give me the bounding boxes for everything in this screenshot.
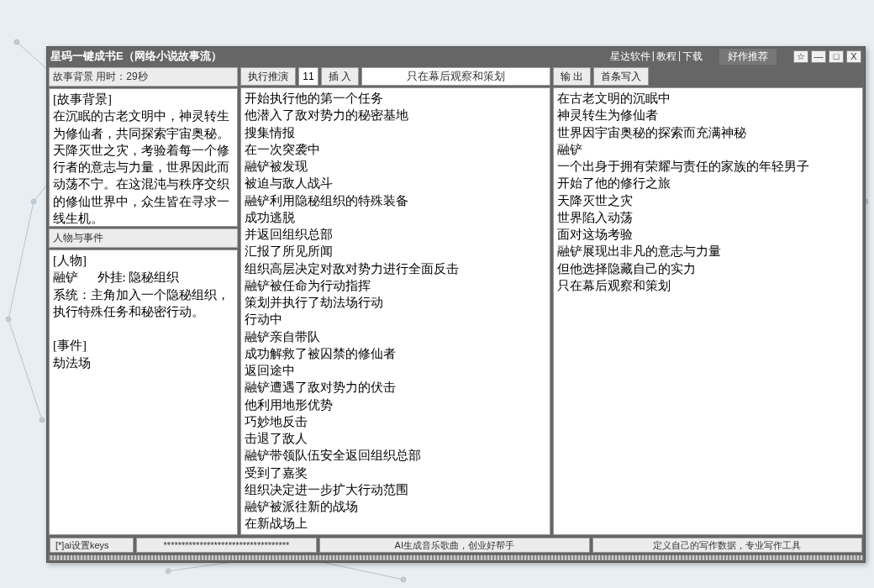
insert-button[interactable]: 插 入 xyxy=(321,67,359,86)
status-keys[interactable]: [*]ai设置keys xyxy=(50,538,134,553)
story-bg-label: 故事背景 用时：29秒 xyxy=(49,67,238,87)
story-line: 融铲亲自带队 xyxy=(245,328,546,345)
story-line: 击退了敌人 xyxy=(245,430,546,447)
output-line: 面对这场考验 xyxy=(557,226,859,243)
link-download[interactable]: 下载 xyxy=(682,50,703,64)
output-line: 开始了他的修行之旅 xyxy=(557,175,859,192)
story-line: 融铲发现了敌对势力的核心秘密 xyxy=(245,533,546,536)
story-line: 在一次突袭中 xyxy=(245,141,546,158)
resize-grip[interactable] xyxy=(49,555,863,560)
story-line: 受到了嘉奖 xyxy=(245,465,546,481)
story-line: 巧妙地反击 xyxy=(245,413,546,430)
svg-point-12 xyxy=(31,199,36,204)
output-line: 在古老文明的沉眠中 xyxy=(557,90,859,107)
output-line: 一个出身于拥有荣耀与责任的家族的年轻男子 xyxy=(557,158,859,175)
output-line: 但他选择隐藏自己的实力 xyxy=(557,260,859,277)
maximize-icon[interactable]: □ xyxy=(829,50,844,63)
app-window: 星码一键成书E（网络小说故事流） 星达软件| 教程| 下载 好作推荐 ☆ — □… xyxy=(46,46,866,563)
story-line: 汇报了所见所闻 xyxy=(245,243,546,260)
output-line: 世界因宇宙奥秘的探索而充满神秘 xyxy=(557,124,859,141)
story-line: 在新战场上 xyxy=(245,515,546,532)
story-line: 被迫与敌人战斗 xyxy=(245,175,546,192)
story-line: 他潜入了敌对势力的秘密基地 xyxy=(245,107,546,123)
output-line: 只在幕后观察和策划 xyxy=(557,277,859,294)
link-software[interactable]: 星达软件 xyxy=(610,50,650,64)
story-line: 行动中 xyxy=(245,311,546,328)
story-line: 组织决定进一步扩大行动范围 xyxy=(245,481,546,498)
chars-label: 人物与事件 xyxy=(49,228,238,248)
recommend-button[interactable]: 好作推荐 xyxy=(719,49,777,65)
status-music[interactable]: AI生成音乐歌曲，创业好帮手 xyxy=(319,538,590,553)
mid-toolbar: 执行推演 11 插 入 只在幕后观察和策划 xyxy=(240,67,550,86)
story-line: 融铲利用隐秘组织的特殊装备 xyxy=(245,192,546,209)
right-column: 输 出 首条写入 在古老文明的沉眠中神灵转生为修仙者世界因宇宙奥秘的探索而充满神… xyxy=(553,67,863,535)
favorite-icon[interactable]: ☆ xyxy=(793,50,808,63)
middle-column: 执行推演 11 插 入 只在幕后观察和策划 开始执行他的第一个任务他潜入了敌对势… xyxy=(240,67,550,535)
svg-point-20 xyxy=(166,569,171,574)
svg-point-14 xyxy=(39,417,45,423)
first-write-button[interactable]: 首条写入 xyxy=(593,67,649,86)
mid-input[interactable]: 只在幕后观察和策划 xyxy=(361,67,550,86)
output-line: 世界陷入动荡 xyxy=(557,209,859,226)
story-bg-panel[interactable]: [故事背景] 在沉眠的古老文明中，神灵转生为修仙者，共同探索宇宙奥秘。天降灭世之… xyxy=(49,88,238,227)
output-button[interactable]: 输 出 xyxy=(553,67,591,86)
output-line: 天降灭世之灾 xyxy=(557,192,859,209)
story-line: 融铲被任命为行动指挥 xyxy=(245,277,546,294)
story-line: 组织高层决定对敌对势力进行全面反击 xyxy=(245,260,546,277)
story-line: 成功逃脱 xyxy=(245,209,546,226)
status-bar: [*]ai设置keys ****************************… xyxy=(49,537,863,554)
minimize-icon[interactable]: — xyxy=(811,50,826,63)
story-line: 并返回组织总部 xyxy=(245,226,546,243)
story-line: 融铲被发现 xyxy=(245,158,546,175)
titlebar: 星码一键成书E（网络小说故事流） 星达软件| 教程| 下载 好作推荐 ☆ — □… xyxy=(47,47,865,66)
link-tutorial[interactable]: 教程 xyxy=(656,50,677,64)
svg-point-10 xyxy=(14,39,19,45)
step-number[interactable]: 11 xyxy=(298,67,319,86)
output-line: 融铲展现出非凡的意志与力量 xyxy=(557,243,859,260)
story-line: 策划并执行了劫法场行动 xyxy=(245,294,546,311)
right-toolbar: 输 出 首条写入 xyxy=(553,67,863,86)
svg-point-13 xyxy=(6,317,11,322)
story-line: 融铲遭遇了敌对势力的伏击 xyxy=(245,379,546,396)
story-line: 融铲带领队伍安全返回组织总部 xyxy=(245,447,546,464)
svg-line-3 xyxy=(8,319,42,420)
output-line: 融铲 xyxy=(557,141,859,158)
story-line: 成功解救了被囚禁的修仙者 xyxy=(245,345,546,362)
chars-panel[interactable]: [人物] 融铲 外挂: 隐秘组织 系统：主角加入一个隐秘组织，执行特殊任务和秘密… xyxy=(49,249,238,535)
app-title: 星码一键成书E（网络小说故事流） xyxy=(50,49,222,64)
mid-text-panel[interactable]: 开始执行他的第一个任务他潜入了敌对势力的秘密基地搜集情报在一次突袭中融铲被发现被… xyxy=(240,87,550,535)
story-line: 他利用地形优势 xyxy=(245,396,546,413)
content-area: 故事背景 用时：29秒 [故事背景] 在沉眠的古老文明中，神灵转生为修仙者，共同… xyxy=(47,66,865,562)
close-icon[interactable]: X xyxy=(846,50,861,63)
output-line: 神灵转生为修仙者 xyxy=(557,107,859,123)
right-text-panel[interactable]: 在古老文明的沉眠中神灵转生为修仙者世界因宇宙奥秘的探索而充满神秘融铲一个出身于拥… xyxy=(553,87,863,535)
story-line: 返回途中 xyxy=(245,362,546,379)
left-column: 故事背景 用时：29秒 [故事背景] 在沉眠的古老文明中，神灵转生为修仙者，共同… xyxy=(49,67,238,535)
status-write[interactable]: 定义自己的写作数据，专业写作工具 xyxy=(592,538,863,553)
svg-line-2 xyxy=(8,202,34,319)
story-line: 融铲被派往新的战场 xyxy=(245,498,546,515)
titlebar-links: 星达软件| 教程| 下载 xyxy=(610,50,703,64)
story-line: 搜集情报 xyxy=(245,124,546,141)
execute-button[interactable]: 执行推演 xyxy=(240,67,296,86)
status-stars: *********************************** xyxy=(136,538,317,553)
story-line: 开始执行他的第一个任务 xyxy=(245,90,546,107)
svg-point-22 xyxy=(401,577,406,582)
